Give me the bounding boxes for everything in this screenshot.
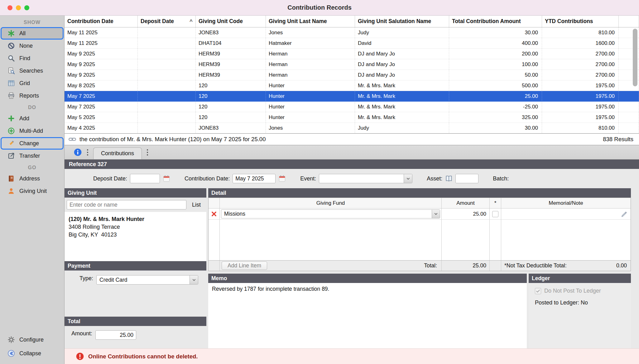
detail-column-fund: Giving Fund: [220, 198, 442, 208]
link-icon: [68, 135, 76, 143]
table-body: May 11 2025 JONE83 Jones Judy 30.00 810.…: [65, 27, 639, 133]
event-dropdown[interactable]: [319, 174, 412, 183]
sort-ascending-icon: ^: [190, 18, 193, 25]
do-not-post-checkbox[interactable]: [535, 288, 541, 294]
collapse-icon: [7, 350, 15, 357]
giving-unit-search-input[interactable]: [67, 200, 186, 209]
sidebar-item-giving-unit[interactable]: Giving Unit: [1, 185, 64, 197]
cell-salutation-name: Mr. & Mrs. Mark: [355, 102, 449, 112]
cell-last-name: Hunter: [266, 102, 355, 112]
cell-giving-unit-code: 120: [196, 102, 266, 112]
drag-handle-icon[interactable]: [87, 149, 88, 156]
sidebar-item-label: Find: [19, 55, 30, 62]
table-scrollbar[interactable]: [633, 29, 637, 131]
tab-contributions[interactable]: Contributions: [93, 147, 142, 159]
memo-text-area[interactable]: Reversed by 1787 for incomplete transact…: [208, 283, 527, 348]
cell-giving-unit-code: JONE83: [196, 123, 266, 133]
window-titlebar: Contribution Records: [0, 0, 639, 16]
cell-ytd: 1975.00: [542, 91, 619, 101]
sidebar-section-do: DO: [0, 102, 64, 112]
sidebar-item-grid[interactable]: Grid: [1, 77, 64, 89]
asset-book-icon[interactable]: [445, 175, 453, 182]
scrollbar-thumb[interactable]: [633, 29, 637, 86]
delete-line-button[interactable]: [209, 208, 220, 219]
table-row[interactable]: May 5 2025 120 Hunter Mr. & Mrs. Mark 32…: [65, 112, 639, 123]
sidebar-item-searches[interactable]: Searches: [1, 65, 64, 77]
sidebar-item-reports[interactable]: Reports: [1, 89, 64, 102]
column-header-last-name[interactable]: Giving Unit Last Name: [266, 16, 355, 27]
not-tax-deductible-cell: [490, 208, 501, 219]
column-header-deposit-date[interactable]: Deposit Date^: [138, 16, 196, 27]
cell-ytd: 1975.00: [542, 102, 619, 112]
table-row[interactable]: May 11 2025 DHAT104 Hatmaker David 400.0…: [65, 38, 639, 49]
cell-ytd: 2700.00: [542, 49, 619, 59]
memo-panel: Memo Reversed by 1787 for incomplete tra…: [208, 274, 527, 348]
payment-type-dropdown[interactable]: Credit Card: [96, 275, 198, 285]
sidebar-item-change[interactable]: Change: [1, 137, 64, 150]
cell-last-name: Jones: [266, 123, 355, 133]
asterisk-icon: [7, 30, 15, 37]
cell-contribution-date: May 7 2025: [65, 102, 138, 112]
minimize-window-button[interactable]: [16, 5, 21, 10]
cell-total-amount: 400.00: [449, 38, 542, 48]
drag-handle-icon[interactable]: [147, 149, 148, 156]
detail-line-item: Missions 25.00: [209, 208, 631, 220]
cell-contribution-date: May 9 2025: [65, 49, 138, 59]
sidebar-item-multi-add[interactable]: Multi-Add: [1, 125, 64, 137]
warning-text: Online Contributions cannot be deleted.: [88, 353, 198, 360]
sidebar-item-none[interactable]: None: [1, 40, 64, 52]
table-row[interactable]: May 8 2025 120 Hunter Mr. & Mrs. Mark 50…: [65, 80, 639, 91]
sidebar-item-configure[interactable]: Configure: [1, 333, 64, 347]
column-header-ytd[interactable]: YTD Contributions: [542, 16, 619, 27]
ntd-value: 0.00: [616, 262, 627, 269]
zoom-window-button[interactable]: [24, 5, 29, 10]
sidebar-item-address[interactable]: Address: [1, 172, 64, 185]
column-header-total-amount[interactable]: Total Contribution Amount: [449, 16, 542, 27]
giving-unit-panel: Giving Unit List (120) Mr. & Mrs. Mark H…: [65, 188, 206, 348]
line-amount[interactable]: 25.00: [442, 208, 490, 219]
table-header-row: Contribution Date Deposit Date^ Giving U…: [65, 16, 639, 27]
list-button[interactable]: List: [190, 202, 203, 208]
sidebar-item-add[interactable]: Add: [1, 112, 64, 125]
address-book-icon: [7, 175, 15, 182]
table-row[interactable]: May 9 2025 HERM39 Herman DJ and Mary Jo …: [65, 49, 639, 59]
contribution-date-input[interactable]: [233, 174, 276, 183]
cell-salutation-name: Mr. & Mrs. Mark: [355, 112, 449, 122]
giving-fund-dropdown[interactable]: Missions: [221, 209, 440, 218]
cell-giving-unit-code: 120: [196, 91, 266, 101]
sidebar-item-collapse[interactable]: Collapse: [1, 347, 64, 360]
sidebar-item-transfer[interactable]: Transfer: [1, 150, 64, 162]
calendar-icon[interactable]: [278, 175, 286, 182]
payment-header: Payment: [65, 261, 206, 271]
column-header-contribution-date[interactable]: Contribution Date: [65, 16, 138, 27]
column-header-salutation-name[interactable]: Giving Unit Salutation Name: [355, 16, 449, 27]
table-row[interactable]: May 7 2025 120 Hunter Mr. & Mrs. Mark 25…: [65, 91, 639, 102]
add-line-item-button[interactable]: Add Line Item: [222, 261, 267, 270]
info-icon[interactable]: [74, 148, 82, 156]
table-row[interactable]: May 7 2025 120 Hunter Mr. & Mrs. Mark -2…: [65, 102, 639, 112]
table-row[interactable]: May 4 2025 JONE83 Jones Judy 30.00 810.0…: [65, 123, 639, 133]
cell-deposit-date: [138, 91, 196, 101]
not-tax-deductible-checkbox[interactable]: [492, 211, 498, 217]
total-amount-input[interactable]: [95, 330, 136, 340]
sidebar-item-find[interactable]: Find: [1, 52, 64, 65]
sidebar-item-all[interactable]: All: [1, 27, 64, 40]
asset-input[interactable]: [455, 174, 478, 183]
cell-salutation-name: David: [355, 38, 449, 48]
column-header-giving-unit-code[interactable]: Giving Unit Code: [196, 16, 266, 27]
close-window-button[interactable]: [7, 5, 12, 10]
ntd-total-cell: *Not Tax Deductible Total: 0.00: [501, 261, 631, 271]
calendar-icon[interactable]: [163, 175, 170, 182]
memorial-note-cell[interactable]: [501, 208, 631, 219]
giving-unit-name: (120) Mr. & Mrs. Mark Hunter: [69, 215, 202, 223]
main-area: Contribution Date Deposit Date^ Giving U…: [65, 16, 639, 364]
selection-summary: the contribution of Mr. & Mrs. Mark Hunt…: [79, 136, 600, 143]
magnifier-icon: [7, 55, 15, 62]
traffic-lights: [7, 0, 29, 15]
contribution-date-label: Contribution Date:: [185, 175, 230, 182]
table-row[interactable]: May 11 2025 JONE83 Jones Judy 30.00 810.…: [65, 27, 639, 38]
deposit-date-input[interactable]: [130, 174, 160, 183]
printer-icon: [7, 92, 15, 99]
table-row[interactable]: May 9 2025 HERM39 Herman DJ and Mary Jo …: [65, 59, 639, 70]
table-row[interactable]: May 9 2025 HERM39 Herman DJ and Mary Jo …: [65, 70, 639, 80]
